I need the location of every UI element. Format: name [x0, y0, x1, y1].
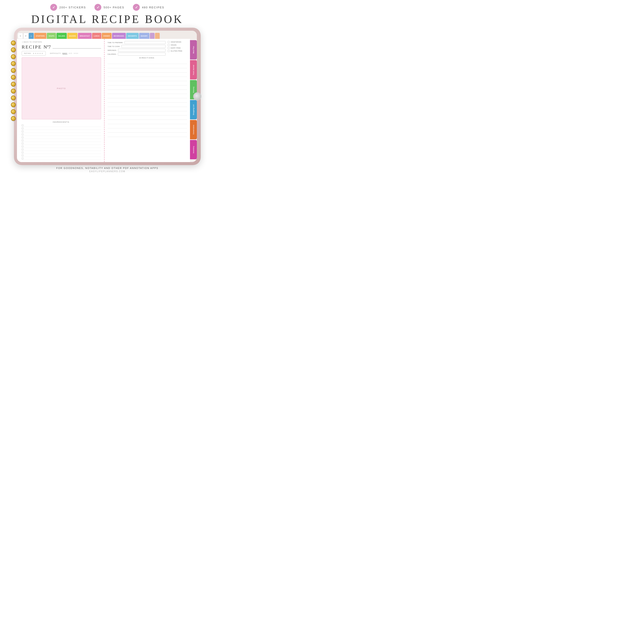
- tab-extra1[interactable]: [150, 33, 155, 39]
- dir-line-13: [108, 112, 187, 115]
- badge-recipes-text: 480 RECIPES: [142, 6, 164, 9]
- diet-dairy-free-label: DAIRY FREE: [171, 47, 181, 49]
- tab-breakfast[interactable]: BREAKFAST: [78, 33, 91, 39]
- dir-line-1: [108, 60, 187, 64]
- time-prepare-label: TIME TO PREPARE:: [108, 42, 123, 43]
- time-cook-label: TIME TO COOK:: [108, 46, 120, 47]
- right-tab-shopping[interactable]: Shopping List: [190, 100, 197, 119]
- home-button[interactable]: [193, 92, 201, 100]
- diff-avg[interactable]: AVG: [69, 53, 72, 54]
- badges-row: ✓ 200+ STICKERS ✓ 500+ PAGES ✓ 480 RECIP…: [0, 0, 215, 12]
- diet-cb-dairy-free[interactable]: [168, 47, 170, 49]
- ing-cb-9[interactable]: [22, 149, 23, 150]
- tabs-row: 1 2 ⌂ STARTERS SOUPS SALADS SAUCES BREAK…: [17, 31, 197, 39]
- check-icon-recipes: ✓: [133, 4, 140, 11]
- ingredient-4: [22, 134, 101, 136]
- right-tab-mealplan[interactable]: Meal Plan: [190, 40, 197, 59]
- spiral-rings: [11, 41, 16, 121]
- page-right: TIME TO PREPARE: TIME TO COOK: SERVINGS:: [105, 39, 190, 162]
- right-tab-conversions[interactable]: Conversions: [190, 120, 197, 139]
- recipe-info-grid: TIME TO PREPARE: TIME TO COOK: SERVINGS:: [108, 41, 187, 56]
- tab-bakery[interactable]: BAKERY: [139, 33, 149, 39]
- time-prepare-input[interactable]: [125, 41, 166, 44]
- ingredient-11: [22, 155, 101, 157]
- ing-cb-5[interactable]: [22, 137, 23, 138]
- ing-cb-10[interactable]: [22, 152, 23, 153]
- badge-recipes: ✓ 480 RECIPES: [133, 4, 164, 11]
- ingredient-8: [22, 146, 101, 148]
- tab-sauces[interactable]: SAUCES: [67, 33, 77, 39]
- diet-dairy-free: DAIRY FREE: [168, 47, 187, 49]
- tab-2[interactable]: 2: [23, 33, 29, 39]
- diet-cb-vegetarian[interactable]: [168, 41, 170, 43]
- tablet-device: 1 2 ⌂ STARTERS SOUPS SALADS SAUCES BREAK…: [14, 28, 201, 165]
- dir-line-3: [108, 69, 187, 73]
- ing-cb-6[interactable]: [22, 140, 23, 141]
- back-arrow-icon: ◁: [22, 41, 23, 43]
- recipe-title-row: RECIPE Nº7: [22, 44, 101, 50]
- tab-desserts[interactable]: DESSERTS: [126, 33, 139, 39]
- bottom-text: FOR GOODNONES, NOTABILITY AND OTHER PDF …: [56, 165, 158, 170]
- time-cook-input[interactable]: [122, 45, 166, 48]
- rating-row: RATING: ★★★★★ DIFFICULTY: EASY AVG HIGH: [22, 51, 101, 56]
- diet-cb-vegan[interactable]: [168, 44, 170, 46]
- right-tabs: Meal Plan Food Journal Grocery Shopping …: [190, 39, 197, 162]
- right-tab-foodjournal[interactable]: Food Journal: [190, 60, 197, 79]
- dir-line-11: [108, 103, 187, 107]
- diet-vegan: VEGAN: [168, 44, 187, 46]
- rating-label: RATING:: [24, 53, 32, 54]
- badge-pages: ✓ 500+ PAGES: [94, 4, 124, 11]
- badge-pages-text: 500+ PAGES: [103, 6, 124, 9]
- ing-cb-3[interactable]: [22, 131, 23, 132]
- diff-easy[interactable]: EASY: [62, 53, 67, 54]
- ring-12: [11, 116, 16, 121]
- ing-cb-2[interactable]: [22, 128, 23, 129]
- tablet-screen: 1 2 ⌂ STARTERS SOUPS SALADS SAUCES BREAK…: [17, 31, 197, 162]
- dir-line-17: [108, 129, 187, 133]
- tab-dinner[interactable]: DINNER: [102, 33, 112, 39]
- tab-home[interactable]: ⌂: [29, 33, 34, 39]
- diff-high[interactable]: HIGH: [74, 53, 78, 54]
- difficulty-label: DIFFICULTY:: [50, 53, 61, 54]
- tab-salads[interactable]: SALADS: [56, 33, 67, 39]
- directions-title: DIRECTIONS:: [108, 57, 187, 59]
- recipe-info-fields: TIME TO PREPARE: TIME TO COOK: SERVINGS:: [108, 41, 166, 56]
- diet-cb-gluten-free[interactable]: [168, 50, 170, 52]
- tab-soups[interactable]: SOUPS: [47, 33, 56, 39]
- ring-10: [11, 102, 16, 107]
- diet-vegetarian-label: VEGETARIAN: [171, 41, 181, 43]
- page-left: ◁ BACK TO STARTERS RECIPE Nº7 RATING: ★★…: [17, 39, 105, 162]
- ing-cb-4[interactable]: [22, 134, 23, 135]
- tab-lunch[interactable]: LUNCH: [92, 33, 101, 39]
- diet-gluten-free: GLUTEN FREE: [168, 50, 187, 52]
- ing-cb-8[interactable]: [22, 146, 23, 147]
- servings-input[interactable]: [118, 49, 166, 52]
- ring-4: [11, 61, 16, 66]
- ring-2: [11, 47, 16, 52]
- notebook-content: ◁ BACK TO STARTERS RECIPE Nº7 RATING: ★★…: [17, 39, 190, 162]
- diet-gluten-free-label: GLUTEN FREE: [171, 50, 182, 52]
- ing-cb-7[interactable]: [22, 143, 23, 144]
- ing-cb-12[interactable]: [22, 158, 23, 159]
- servings-field: SERVINGS:: [108, 49, 166, 52]
- check-icon-stickers: ✓: [50, 4, 57, 11]
- calories-label: CALORIES:: [108, 53, 117, 55]
- tab-starters[interactable]: STARTERS: [34, 33, 46, 39]
- tab-1[interactable]: 1: [18, 33, 23, 39]
- back-link[interactable]: ◁ BACK TO STARTERS: [22, 41, 101, 43]
- ring-7: [11, 82, 16, 87]
- tab-extra2[interactable]: [155, 33, 160, 39]
- calories-input[interactable]: [118, 53, 166, 56]
- ingredient-12: [22, 158, 101, 160]
- tab-beverages[interactable]: BEVERAGES: [112, 33, 126, 39]
- dir-line-7: [108, 86, 187, 90]
- dir-line-8: [108, 90, 187, 94]
- recipe-title-line: [53, 48, 101, 49]
- ing-cb-11[interactable]: [22, 155, 23, 156]
- dir-line-10: [108, 99, 187, 103]
- ingredient-1: [22, 125, 101, 127]
- photo-box: PHOTO: [22, 57, 101, 119]
- difficulty-box: DIFFICULTY: EASY AVG HIGH: [50, 53, 78, 54]
- ing-cb-1[interactable]: [22, 125, 23, 126]
- right-tab-inventory[interactable]: Inventory: [190, 140, 197, 159]
